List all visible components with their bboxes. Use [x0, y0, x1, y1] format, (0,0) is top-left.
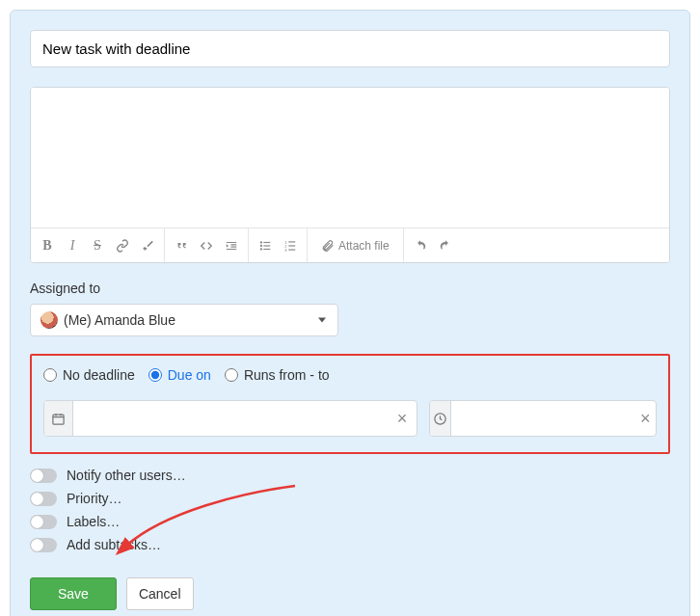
svg-point-1 — [260, 244, 262, 246]
cancel-button[interactable]: Cancel — [126, 577, 194, 610]
svg-rect-12 — [53, 415, 64, 424]
deadline-radio-group: No deadline Due on Runs from - to — [43, 367, 657, 383]
task-title-input[interactable] — [30, 30, 670, 67]
radio-no-deadline[interactable]: No deadline — [43, 367, 135, 383]
description-editor: B I S — [30, 87, 670, 263]
radio-runs-from-to[interactable]: Runs from - to — [225, 367, 330, 383]
clock-icon — [430, 401, 451, 436]
description-textarea[interactable] — [31, 88, 669, 228]
time-field[interactable]: × — [429, 400, 657, 437]
radio-runs-label: Runs from - to — [244, 367, 330, 383]
radio-runs-input[interactable] — [225, 368, 238, 382]
strike-icon[interactable]: S — [85, 238, 110, 254]
svg-point-2 — [260, 248, 262, 250]
svg-rect-11 — [288, 249, 295, 250]
attach-file-button[interactable]: Attach file — [311, 239, 399, 253]
radio-due-on[interactable]: Due on — [148, 367, 211, 383]
toggle-notify-label: Notify other users… — [67, 468, 186, 483]
date-field[interactable]: × — [43, 400, 417, 437]
new-task-panel: B I S — [10, 10, 690, 616]
toggle-subtasks-label: Add subtasks… — [67, 537, 161, 552]
bold-icon[interactable]: B — [35, 238, 60, 254]
clear-date-icon[interactable]: × — [388, 401, 417, 436]
toggle-labels[interactable] — [30, 515, 57, 529]
action-buttons: Save Cancel — [30, 577, 670, 610]
svg-rect-3 — [263, 241, 270, 242]
redo-icon[interactable] — [433, 239, 458, 253]
date-input[interactable] — [73, 401, 388, 436]
avatar — [40, 311, 58, 329]
link-icon[interactable] — [110, 239, 135, 253]
chevron-down-icon — [318, 318, 326, 323]
assigned-to-label: Assigned to — [30, 281, 670, 296]
svg-rect-4 — [263, 245, 270, 246]
svg-rect-5 — [263, 248, 270, 249]
deadline-section: No deadline Due on Runs from - to × — [30, 354, 670, 454]
attach-file-label: Attach file — [338, 239, 390, 253]
radio-due-on-label: Due on — [168, 367, 211, 383]
editor-toolbar: B I S — [31, 228, 669, 262]
brush-icon[interactable] — [135, 239, 160, 253]
quote-icon[interactable] — [169, 239, 194, 253]
radio-no-deadline-label: No deadline — [63, 367, 135, 383]
code-icon[interactable] — [194, 239, 219, 253]
svg-text:3: 3 — [284, 247, 287, 252]
radio-due-on-input[interactable] — [148, 368, 162, 382]
svg-rect-9 — [288, 241, 295, 242]
assignee-select[interactable]: (Me) Amanda Blue — [30, 304, 338, 336]
bullet-list-icon[interactable] — [253, 239, 278, 253]
toggle-priority[interactable] — [30, 492, 57, 506]
italic-icon[interactable]: I — [60, 238, 85, 254]
clear-time-icon[interactable]: × — [635, 401, 656, 436]
toggle-priority-label: Priority… — [67, 491, 122, 506]
toggle-notify[interactable] — [30, 469, 57, 483]
toggle-subtasks[interactable] — [30, 538, 57, 552]
number-list-icon[interactable]: 123 — [278, 239, 303, 253]
toggle-labels-label: Labels… — [67, 514, 120, 529]
save-button[interactable]: Save — [30, 577, 117, 610]
radio-no-deadline-input[interactable] — [43, 368, 57, 382]
indent-icon[interactable] — [219, 239, 244, 253]
svg-rect-10 — [288, 245, 295, 246]
calendar-icon — [44, 401, 73, 436]
svg-point-0 — [260, 241, 262, 243]
assignee-value: (Me) Amanda Blue — [64, 312, 175, 328]
options-list: Notify other users… Priority… Labels… Ad… — [30, 454, 670, 556]
undo-icon[interactable] — [408, 239, 433, 253]
time-input[interactable] — [451, 401, 635, 436]
